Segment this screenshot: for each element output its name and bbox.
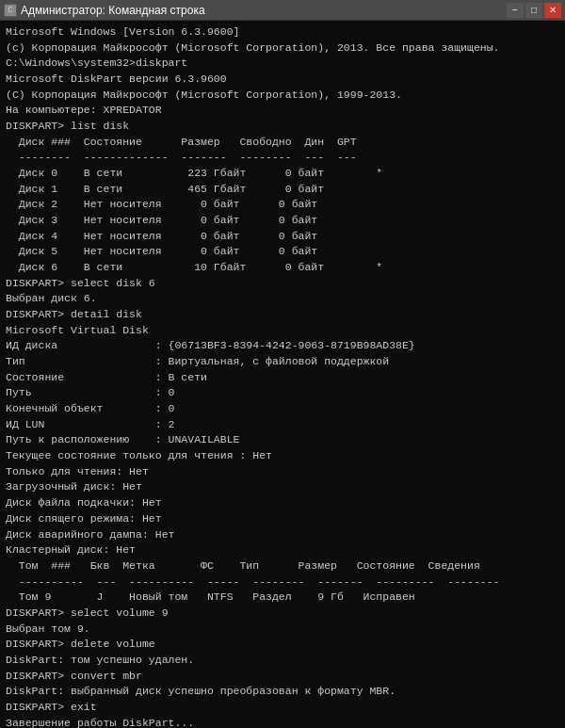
console-line: Диск 1 В сети 465 Гбайт 0 байт [6,182,559,198]
maximize-button[interactable]: □ [525,3,542,18]
console-line: DISKPART> convert mbr [6,669,559,685]
console-line: ИД диска : {06713BF3-8394-4242-9063-8719… [6,338,559,354]
minimize-button[interactable]: − [507,3,524,18]
console-line: Диск 5 Нет носителя 0 байт 0 байт [6,244,559,260]
console-line: Microsoft Windows [Version 6.3.9600] [6,24,559,40]
console-line: (c) Корпорация Майкрософт (Microsoft Cor… [6,40,559,57]
console-line: C:\Windows\system32>diskpart [6,56,559,72]
console-line: Том 9 J Новый том NTFS Раздел 9 Гб Испра… [6,590,559,606]
console-line: DiskPart: том успешно удален. [6,653,559,669]
console-line: Выбран диск 6. [6,291,559,307]
close-button[interactable]: ✕ [544,3,561,18]
console-line: Выбран том 9. [6,622,559,638]
console-line: Диск 2 Нет носителя 0 байт 0 байт [6,197,559,213]
console-line: DISKPART> detail disk [6,307,559,323]
console-line: DISKPART> delete volume [6,637,559,653]
window-container: C Администратор: Командная строка − □ ✕ … [0,0,565,728]
console-output[interactable]: Microsoft Windows [Version 6.3.9600](c) … [0,21,565,728]
console-line: DISKPART> exit [6,700,559,716]
console-line: Конечный объект : 0 [6,401,559,417]
cmd-icon: C [4,4,17,17]
console-line: Microsoft DiskPart версии 6.3.9600 [6,72,559,88]
console-line: Диск ### Состояние Размер Свободно Дин G… [6,135,559,151]
console-line: DISKPART> select volume 9 [6,606,559,622]
title-bar-left: C Администратор: Командная строка [4,4,205,17]
console-line: Диск файла подкачки: Нет [6,495,559,511]
console-line: Текущее состояние только для чтения : Не… [6,448,559,464]
console-line: Диск 6 В сети 10 Гбайт 0 байт * [6,260,559,276]
console-line: Диск спящего режима: Нет [6,511,559,527]
console-line: Диск 3 Нет носителя 0 байт 0 байт [6,213,559,229]
console-line: Состояние : В сети [6,370,559,386]
title-bar-buttons: − □ ✕ [507,3,561,18]
console-line: Microsoft Virtual Disk [6,323,559,339]
console-line: DISKPART> list disk [6,119,559,135]
console-line: Том ### Бкв Метка ФС Тип Размер Состояни… [6,558,559,574]
console-line: (C) Корпорация Майкрософт (Microsoft Cor… [6,88,559,104]
console-line: Диск аварийного дампа: Нет [6,527,559,543]
title-bar: C Администратор: Командная строка − □ ✕ [0,0,565,21]
console-line: ---------- --- ---------- ----- --------… [6,574,559,590]
title-bar-title: Администратор: Командная строка [21,4,205,17]
console-line: Кластерный диск: Нет [6,542,559,558]
console-line: Диск 0 В сети 223 Гбайт 0 байт * [6,166,559,182]
console-line: -------- ------------- ------- -------- … [6,150,559,166]
console-line: Диск 4 Нет носителя 0 байт 0 байт [6,229,559,245]
console-line: На компьютере: XPREDATOR [6,103,559,119]
console-line: Путь к расположению : UNAVAILABLE [6,432,559,448]
console-line: Путь : 0 [6,385,559,401]
console-line: Завершение работы DiskPart... [6,716,559,728]
console-line: Только для чтения: Нет [6,464,559,480]
console-line: Тип : Виртуальная, с файловой поддержкой [6,354,559,370]
console-line: DiskPart: выбранный диск успешно преобра… [6,684,559,700]
console-line: DISKPART> select disk 6 [6,276,559,292]
console-line: ИД LUN : 2 [6,417,559,433]
console-line: Загрузочный диск: Нет [6,479,559,495]
